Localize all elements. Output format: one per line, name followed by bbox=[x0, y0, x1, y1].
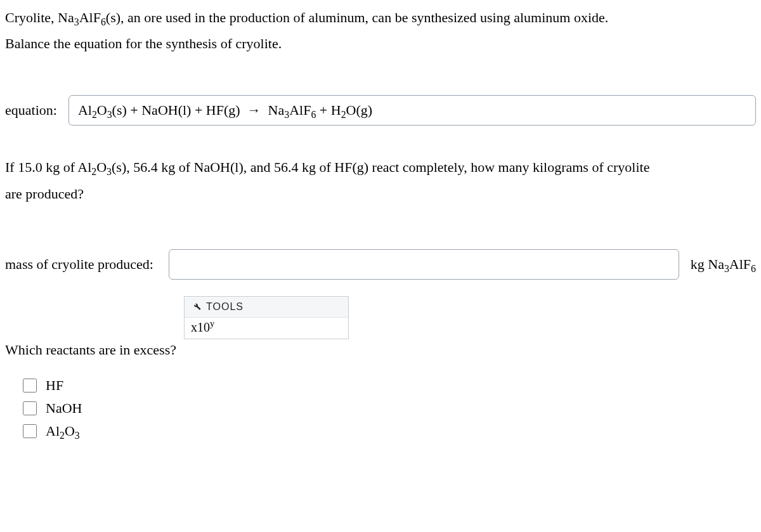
tools-panel: TOOLS x10y bbox=[184, 296, 349, 339]
mass-label: mass of cryolite produced: bbox=[5, 256, 153, 273]
formula-cryolite-unit: Na3AlF6 bbox=[708, 256, 756, 272]
p2-mid: , 56.4 kg of NaOH(l), and 56.4 kg of HF(… bbox=[126, 159, 649, 175]
option-label-al2o3: Al2O3 bbox=[46, 423, 80, 439]
checkbox-naoh[interactable] bbox=[23, 401, 37, 415]
tools-header-label: TOOLS bbox=[206, 301, 244, 313]
tools-header: TOOLS bbox=[185, 297, 348, 318]
formula-cryolite: Na3AlF6(s) bbox=[58, 10, 120, 25]
equation-content: Al2O3(s) + NaOH(l) + HF(g) → Na3AlF6 + H… bbox=[78, 102, 372, 119]
intro-text-pre: Cryolite, bbox=[5, 10, 58, 25]
checkbox-al2o3[interactable] bbox=[23, 424, 37, 438]
checkbox-hf[interactable] bbox=[23, 379, 37, 393]
option-label-hf: HF bbox=[46, 377, 63, 394]
equation-input[interactable]: Al2O3(s) + NaOH(l) + HF(g) → Na3AlF6 + H… bbox=[68, 95, 756, 126]
wrench-icon bbox=[191, 301, 201, 313]
excess-option-al2o3[interactable]: Al2O3 bbox=[23, 423, 756, 439]
part2-question-line1: If 15.0 kg of Al2O3(s), 56.4 kg of NaOH(… bbox=[5, 156, 756, 178]
equation-label: equation: bbox=[5, 102, 57, 119]
sci-label-base: x10 bbox=[191, 320, 210, 334]
excess-options: HF NaOH Al2O3 bbox=[23, 377, 756, 439]
formula-al2o3-inline: Al2O3(s) bbox=[77, 159, 126, 175]
excess-option-hf[interactable]: HF bbox=[23, 377, 756, 394]
intro-text-post: , an ore used in the production of alumi… bbox=[120, 10, 608, 25]
mass-unit: kg Na3AlF6 bbox=[691, 256, 756, 273]
mass-input[interactable] bbox=[169, 249, 679, 280]
mass-unit-prefix: kg bbox=[691, 256, 708, 272]
sci-notation-button[interactable]: x10y bbox=[185, 318, 348, 339]
excess-question: Which reactants are in excess? bbox=[5, 342, 756, 358]
option-label-naoh: NaOH bbox=[46, 400, 82, 417]
question-intro-line1: Cryolite, Na3AlF6(s), an ore used in the… bbox=[5, 6, 756, 29]
part2-question-line2: are produced? bbox=[5, 183, 756, 205]
question-intro-line2: Balance the equation for the synthesis o… bbox=[5, 32, 756, 55]
excess-option-naoh[interactable]: NaOH bbox=[23, 400, 756, 417]
sci-label-exp: y bbox=[210, 318, 214, 328]
p2-pre: If 15.0 kg of bbox=[5, 159, 77, 175]
